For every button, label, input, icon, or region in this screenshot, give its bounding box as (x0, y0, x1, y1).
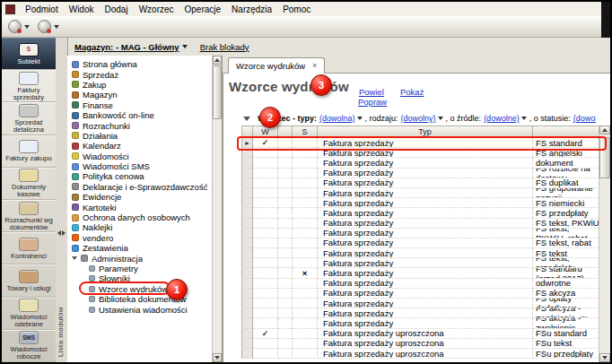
tree-item-dzia-ania[interactable]: Działania (67, 131, 222, 141)
warehouse-selector[interactable]: Magazyn: - MAG - Główny (74, 42, 188, 52)
tree-item-ustawienia-wiadomo-ci[interactable]: Ustawienia wiadomości (67, 304, 222, 314)
tree-item-s-owniki[interactable]: Słowniki (67, 273, 222, 283)
pokaz-link[interactable]: Pokaż (400, 87, 424, 97)
header-w[interactable]: W (253, 126, 278, 138)
table-row[interactable]: Faktura sprzedażyFS niemiecki (241, 198, 601, 208)
header-s[interactable]: S (293, 126, 318, 138)
table-row[interactable]: Faktura sprzedażyFS przedpłaty (241, 208, 601, 218)
typ-cell: Faktura sprzedaży (318, 208, 533, 218)
filter-zrodle-dropdown[interactable]: (dowolne) (484, 114, 527, 123)
table-row[interactable]: Faktura sprzedażyFS grupowanie pozycji (241, 188, 601, 198)
filter-statusie-dropdown[interactable]: (dowolnym) (573, 114, 596, 123)
module-towary-i-us-ugi[interactable]: Towary i usługi (2, 264, 56, 297)
module-faktury-zakupu[interactable]: Faktury zakupu (2, 135, 56, 168)
table-row[interactable]: Faktura sprzedaży uproszczonaFSu przedpł… (241, 349, 601, 359)
popraw-link[interactable]: Popraw (358, 97, 387, 107)
table-row[interactable]: Faktura sprzedażyFS akcyza, dokument dos… (241, 158, 601, 168)
tree-item-polityka-cenowa[interactable]: Polityka cenowa (67, 171, 222, 181)
module-wiadomo-ci-odebrane[interactable]: Wiadomości odebrane (2, 298, 56, 330)
close-icon[interactable]: × (312, 62, 317, 70)
tree-item-magazyn[interactable]: Magazyn (67, 90, 222, 100)
tree-item-wzorce-wydruk-w[interactable]: Wzorce wydruków (67, 284, 222, 294)
module-kontrahenci[interactable]: Kontrahenci (2, 232, 56, 264)
table-row[interactable]: Faktura sprzedażyFS tekst, rabat (241, 238, 601, 248)
header-typ[interactable]: Typ (318, 126, 533, 138)
filter-icon[interactable] (243, 117, 250, 121)
header-blank[interactable] (278, 126, 293, 138)
tree-item-kartoteki[interactable]: Kartoteki (67, 202, 222, 212)
table-row[interactable]: Faktura sprzedażyFS rozbicie na dostawy (241, 169, 601, 178)
table-row[interactable]: ✓Faktura sprzedaży uproszczonaFSu standa… (241, 329, 601, 339)
tree-item-finanse[interactable]: Finanse (67, 100, 222, 110)
module-dokumenty-kasowe[interactable]: Dokumenty kasowe (2, 168, 56, 200)
blank-cell (278, 258, 293, 268)
tree-item-wiadomo-ci[interactable]: Wiadomości (67, 152, 222, 161)
table-row[interactable]: ×Faktura sprzedażyFS standard (przed 201… (241, 268, 601, 278)
tree-item-administracja[interactable]: Administracja (67, 253, 222, 263)
name-cell: FS akcyza - zwolnienie, ... (533, 318, 601, 328)
table-row[interactable]: Faktura sprzedażyFS tekst, PKWiU, rabat (241, 229, 601, 238)
expand-arrow-icon[interactable] (72, 256, 77, 260)
menu-widok[interactable]: Widok (64, 4, 100, 15)
tree-item-parametry[interactable]: Parametry (67, 264, 222, 273)
tab-wzorce-wydrukow[interactable]: Wzorce wydruków × (228, 57, 325, 74)
tree-item-naklejki[interactable]: Naklejki (67, 222, 222, 232)
scroll-down-button[interactable] (213, 353, 222, 362)
scroll-up-button[interactable] (599, 126, 610, 134)
table-row[interactable]: Faktura sprzedażyFS angielski (241, 148, 601, 158)
vertical-scrollbar[interactable] (599, 126, 610, 362)
menu-dodaj[interactable]: Dodaj (99, 4, 133, 15)
tree-item-strona-g-wna[interactable]: Strona główna (67, 59, 222, 69)
menu-operacje[interactable]: Operacje (179, 4, 227, 15)
tree-item-rozrachunki[interactable]: Rozrachunki (67, 120, 222, 130)
tree-item-ewidencje[interactable]: Ewidencje (67, 192, 222, 202)
filter-typy-dropdown[interactable]: (dowolna) (319, 114, 363, 123)
module-subiekt[interactable]: SSubiekt (2, 38, 56, 70)
menu-narz-dzia[interactable]: Narzędzia (226, 4, 277, 15)
tree-scrollbar[interactable] (212, 56, 222, 362)
toolbar-new-button[interactable] (5, 18, 32, 36)
scroll-down-button[interactable] (599, 353, 610, 362)
header-name[interactable] (533, 126, 601, 138)
table-row[interactable]: Faktura sprzedaży uproszczonaFSu tekst (241, 339, 601, 349)
table-row[interactable]: Faktura sprzedażyFS tekst, PKWiU (241, 219, 601, 229)
module-rozrachunki-wg-dokument-w[interactable]: Rozrachunki wg dokumentów (2, 200, 56, 232)
table-row[interactable]: Faktura sprzedażyFS duplikat (241, 178, 601, 188)
collapse-arrows-icon[interactable] (57, 230, 66, 236)
tree-item-sprzeda[interactable]: Sprzedaż (67, 69, 222, 79)
table-row[interactable]: Faktura sprzedażyFS tekst, odwrotne obci… (241, 279, 601, 289)
scroll-up-button[interactable] (213, 56, 222, 65)
toolbar-operations-button[interactable] (35, 18, 62, 36)
menu-wzorzec[interactable]: Wzorzec (134, 4, 179, 15)
scrollbar-thumb[interactable] (213, 65, 222, 119)
row-marker-cell (241, 349, 253, 359)
module-faktury-sprzeda-y[interactable]: Faktury sprzedaży (2, 70, 56, 102)
tree-item-zakup[interactable]: Zakup (67, 80, 222, 90)
tree-item-ochrona-danych-osobowych[interactable]: Ochrona danych osobowych (67, 212, 222, 222)
s-cell (293, 299, 318, 308)
module-wiadomo-ci-robocze[interactable]: SMSWiadomości robocze (2, 330, 56, 362)
table-row[interactable]: Faktura sprzedażyFS akcyza - zwolnienie,… (241, 318, 601, 328)
table-row[interactable]: Faktura sprzedażyFS tekst, przedpłaty (241, 258, 601, 268)
table-row[interactable]: ►✓Faktura sprzedażyFS standard (241, 138, 601, 148)
tree-item-vendero[interactable]: vendero (67, 233, 222, 243)
tree-item-bankowo-on-line[interactable]: Bankowość on-line (67, 110, 222, 120)
table-row[interactable]: Faktura sprzedażyFS opłaty dodatkowe (241, 299, 601, 308)
tree-item-zestawienia[interactable]: Zestawienia (67, 243, 222, 253)
tree-item-kalendarz[interactable]: Kalendarz (67, 141, 222, 151)
table-row[interactable]: Faktura sprzedażyFS akcyza (241, 289, 601, 299)
tree-item-biblioteka-dokument-w[interactable]: Biblioteka dokumentów (67, 294, 222, 304)
magazyn-icon (72, 91, 79, 99)
tree-item-deklaracje-i-e-sprawozdawczo[interactable]: Deklaracje i e-Sprawozdawczość (67, 182, 222, 192)
table-row[interactable]: Faktura sprzedażyFS akcyza - zwolnienie,… (241, 308, 601, 318)
menu-podmiot[interactable]: Podmiot (20, 4, 64, 15)
tree-item-wiadomo-ci-sms[interactable]: Wiadomości SMS (67, 161, 222, 171)
module-sprzeda-detaliczna[interactable]: Sprzedaż detaliczna (2, 102, 56, 134)
lock-status-link[interactable]: Brak blokady (200, 42, 249, 52)
filter-rodzaju-dropdown[interactable]: (dowolny) (401, 114, 443, 123)
menu-pomoc[interactable]: Pomoc (277, 4, 316, 15)
table-row[interactable]: Faktura sprzedażyFS tekst (241, 248, 601, 258)
scrollbar-thumb[interactable] (599, 137, 610, 178)
name-cell: FS standard (533, 138, 601, 148)
powiel-link[interactable]: Powiel (359, 87, 384, 97)
